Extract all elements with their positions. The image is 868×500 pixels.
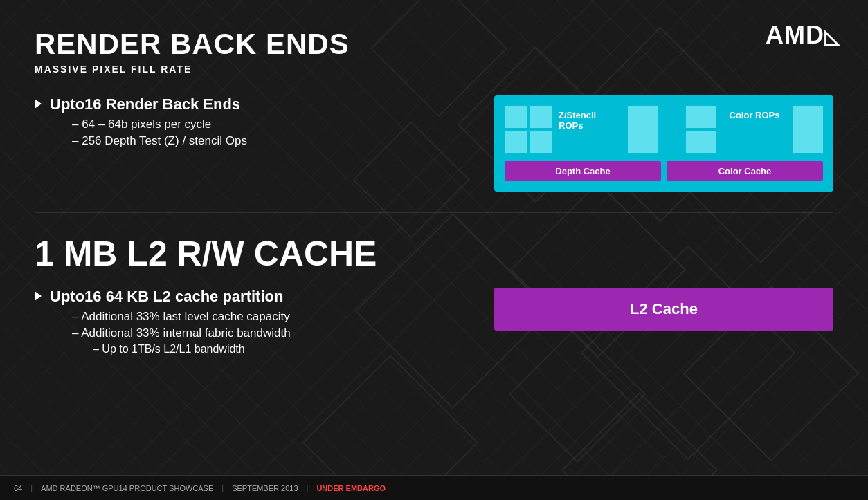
footer-date: SEPTEMBER 2013 [232, 484, 298, 492]
sub-bullet-1-1: 64 – 64b pixels per cycle [65, 118, 247, 131]
color-label: Color ROPs [730, 110, 780, 120]
l2-cache-diagram: L2 Cache [494, 288, 833, 331]
l2-cache-bar: L2 Cache [494, 288, 833, 331]
color-cache-label: Color Cache [667, 161, 823, 181]
sub-bullets-2: Additional 33% last level cache capacity… [65, 310, 291, 355]
sub-bullet-1-2: 256 Depth Test (Z) / stencil Ops [65, 134, 247, 148]
footer-product: AMD RADEON™ GPU14 PRODUCT SHOWCASE [41, 484, 213, 492]
sub-sub-bullet-2-1: Up to 1TB/s L2/L1 bandwidth [65, 343, 291, 355]
depth-cache-label: Depth Cache [505, 161, 661, 181]
footer: 64 | AMD RADEON™ GPU14 PRODUCT SHOWCASE … [0, 475, 868, 500]
section1-subtitle: MASSIVE PIXEL FILL RATE [35, 64, 833, 75]
bullet-render-back-ends: Upto16 Render Back Ends 64 – 64b pixels … [35, 95, 467, 151]
section2-title: 1 MB L2 R/W CACHE [35, 234, 833, 274]
bullet-text-2: Upto16 64 KB L2 cache partition [50, 288, 291, 306]
footer-page-number: 64 [14, 484, 22, 492]
triangle-bullet-2 [35, 291, 42, 301]
sub-bullet-2-2: Additional 33% internal fabric bandwidth [65, 326, 291, 340]
rop-diagram: Z/Stencil ROPs Color ROPs [494, 95, 833, 192]
bullet-l2-cache: Upto16 64 KB L2 cache partition Addition… [35, 288, 467, 358]
sub-bullets-1: 64 – 64b pixels per cycle 256 Depth Test… [65, 118, 247, 148]
zstencil-label: Z/Stencil ROPs [559, 110, 621, 131]
footer-embargo: UNDER EMBARGO [316, 484, 386, 492]
sub-bullet-2-1: Additional 33% last level cache capacity [65, 310, 291, 324]
triangle-bullet-1 [35, 99, 42, 109]
section1-title: RENDER BACK ENDS [35, 28, 833, 61]
section-divider [35, 212, 833, 213]
bullet-text-1: Upto16 Render Back Ends [50, 95, 247, 113]
